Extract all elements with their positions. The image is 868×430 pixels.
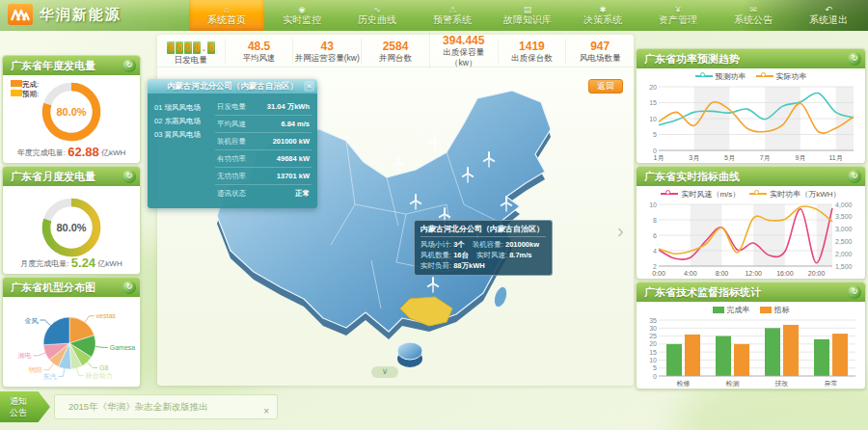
- panel-refresh-icon[interactable]: ↻: [122, 281, 136, 294]
- power-forecast-title: 广东省功率预测趋势: [644, 53, 740, 65]
- company-metric-row: 有功功率49684 kW: [215, 150, 312, 168]
- company-metric-row: 平均风速6.84 m/s: [215, 116, 312, 133]
- panel-refresh-icon[interactable]: ↻: [122, 59, 136, 72]
- nav-item-home[interactable]: ⌂系统首页: [189, 0, 264, 31]
- stat-item: 1419出质保台数: [498, 39, 566, 64]
- mail-icon: ✉: [749, 5, 757, 14]
- alert-bell-icon: ⚠: [448, 5, 456, 14]
- notice-badge-line1: 通知: [10, 395, 50, 407]
- forecast-line-chart: 051015201月3月5月7月9月11月: [643, 84, 859, 161]
- nav-item-label: 系统公告: [734, 14, 773, 26]
- eye-icon: ◉: [298, 5, 306, 14]
- legend-label: 完成:: [22, 80, 39, 89]
- nav-item-asset[interactable]: ¥资产管理: [640, 0, 716, 31]
- farm-list-item[interactable]: 03 翼风风电场: [154, 128, 213, 142]
- svg-text:9月: 9月: [795, 154, 805, 162]
- gear-icon: ✱: [599, 5, 607, 14]
- notice-badge: 通知 公告: [0, 391, 50, 422]
- carousel-down-arrow-icon[interactable]: ∨: [371, 366, 398, 378]
- legend-item[interactable]: 完成率: [713, 305, 750, 315]
- company-info-title-text: 内蒙古河北分公司（内蒙古自治区）: [167, 81, 298, 91]
- legend-item[interactable]: 完成:: [11, 80, 39, 90]
- notice-text: 2015年《华润》杂志全新改版推出: [68, 401, 208, 412]
- asset-icon: ¥: [675, 5, 680, 14]
- close-icon[interactable]: ×: [304, 81, 314, 92]
- company-metric-rows: 日发电量31.04 万kWh平均风速6.84 m/s装机容量201000 kW有…: [213, 94, 317, 208]
- annual-energy-title: 广东省年度发电量: [11, 60, 95, 71]
- stats-bar: 6598.5日发电量48.5平均风速43并网运营容量(kw)2584并网台数39…: [157, 35, 634, 67]
- company-info-panel: 内蒙古河北分公司（内蒙古自治区） × 01 瑞风风电场02 东惠风电场03 翼风…: [148, 79, 317, 208]
- panel-refresh-icon[interactable]: ↻: [848, 52, 861, 66]
- svg-text:异常: 异常: [824, 380, 837, 388]
- svg-text:技改: 技改: [773, 380, 788, 388]
- stat-item: 48.5平均风速: [225, 39, 293, 64]
- panel-refresh-icon[interactable]: ↻: [122, 170, 136, 183]
- nav-item-mail[interactable]: ✉系统公告: [716, 0, 791, 31]
- metric-value: 49684 kW: [277, 154, 310, 164]
- wind-turbine-icon[interactable]: [430, 135, 440, 149]
- svg-text:15: 15: [649, 349, 657, 356]
- monthly-energy-header: 广东省月度发电量 ↻: [3, 167, 140, 186]
- svg-text:4: 4: [653, 248, 657, 255]
- carousel-right-arrow-icon[interactable]: ›: [617, 220, 624, 242]
- panel-refresh-icon[interactable]: ↻: [848, 285, 861, 299]
- farm-list-item[interactable]: 02 东惠风电场: [154, 115, 213, 128]
- nav-item-eye[interactable]: ◉实时监控: [264, 0, 339, 31]
- app-logo: 华润新能源: [8, 4, 122, 25]
- legend-rect-marker: [713, 307, 724, 313]
- nav-item-label: 系统首页: [207, 14, 246, 26]
- nav-item-alert-bell[interactable]: ⚠预警系统: [415, 0, 490, 31]
- farm-list-item[interactable]: 01 瑞风风电场: [154, 101, 213, 115]
- stat-item: 43并网运营容量(kw): [292, 39, 361, 64]
- legend-item[interactable]: 预测功率: [695, 71, 746, 82]
- power-forecast-header: 广东省功率预测趋势 ↻: [637, 49, 865, 68]
- legend-label: 实时功率（万kWH）: [770, 189, 840, 200]
- annual-footer: 年度完成电量: 62.88 亿kWH: [3, 145, 140, 159]
- history-curve-icon: ∿: [373, 5, 381, 14]
- stat-label: 出质保台数: [499, 53, 566, 64]
- nav-item-label: 故障知识库: [503, 14, 552, 26]
- svg-text:4:00: 4:00: [683, 270, 696, 277]
- monthly-footer-unit: 亿kWH: [97, 259, 122, 268]
- svg-text:35: 35: [649, 317, 657, 324]
- tech-supervision-title: 广东省技术监督指标统计: [644, 286, 761, 298]
- svg-text:30: 30: [649, 325, 657, 332]
- notice-close-icon[interactable]: ×: [263, 400, 269, 423]
- tech-legend: 完成率指标: [637, 302, 865, 317]
- company-metric-row: 日发电量31.04 万kWh: [215, 98, 312, 116]
- legend-label: 实时风速（m/s）: [681, 189, 740, 200]
- stat-item: 6598.5日发电量: [157, 36, 225, 66]
- annual-donut-chart: 80.0%: [40, 80, 103, 144]
- panel-refresh-icon[interactable]: ↻: [848, 170, 861, 183]
- svg-text:检测: 检测: [725, 380, 739, 388]
- stat-label: 出质保容量（kw）: [430, 47, 498, 68]
- knowledge-base-icon: ▤: [524, 5, 532, 14]
- legend-item[interactable]: 实际功率: [756, 71, 807, 82]
- back-button[interactable]: 返回: [588, 79, 623, 94]
- logo-mountain-icon: [8, 4, 33, 25]
- legend-rect-marker: [11, 80, 22, 87]
- realtime-metric-panel: 广东省实时指标曲线 ↻ 实时风速（m/s）实时功率（万kWH） 2468101,…: [636, 166, 866, 280]
- legend-item[interactable]: 指标: [760, 305, 790, 315]
- counter-digit: 5: [207, 41, 215, 54]
- pie-slice-label: 联合动力: [86, 372, 113, 380]
- svg-text:0:00: 0:00: [652, 270, 665, 277]
- nav-item-history-curve[interactable]: ∿历史曲线: [339, 0, 415, 31]
- forecast-legend: 预测功率实际功率: [637, 68, 865, 84]
- metric-value: 13701 kW: [277, 172, 310, 181]
- map-tooltip-title: 内蒙古河北分公司（内蒙古自治区）: [420, 224, 546, 237]
- monthly-footer-value: 5.24: [71, 255, 95, 270]
- notice-message[interactable]: 2015年《华润》杂志全新改版推出 ×: [54, 394, 278, 419]
- stat-item: 947风电场数量: [565, 39, 634, 64]
- nav-item-label: 系统退出: [809, 14, 848, 26]
- svg-text:12:00: 12:00: [745, 270, 762, 277]
- legend-item[interactable]: 实时风速（m/s）: [661, 189, 740, 200]
- svg-text:1,500: 1,500: [835, 263, 853, 270]
- nav-item-exit[interactable]: ↶系统退出: [791, 0, 866, 31]
- nav-item-gear[interactable]: ✱决策系统: [565, 0, 640, 31]
- annual-footer-value: 62.88: [68, 145, 99, 159]
- legend-item[interactable]: 实时功率（万kWH）: [749, 189, 840, 200]
- nav-item-knowledge-base[interactable]: ▤故障知识库: [490, 0, 565, 31]
- wind-turbine-icon[interactable]: [393, 156, 403, 171]
- legend-item[interactable]: 预期:: [11, 90, 39, 99]
